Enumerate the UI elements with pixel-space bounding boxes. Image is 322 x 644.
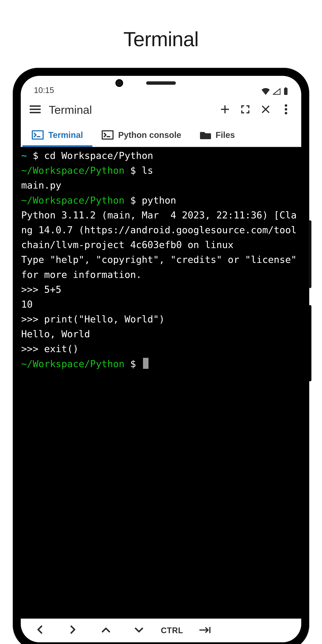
tab-arrow-icon: [199, 626, 211, 635]
terminal-segment: Hello, World: [21, 328, 90, 340]
close-button[interactable]: [256, 100, 276, 120]
phone-camera: [116, 79, 123, 87]
tab-files[interactable]: Files: [191, 123, 244, 146]
chevron-up-icon: [102, 626, 110, 635]
terminal-segment: >>> exit(): [21, 343, 78, 354]
menu-button[interactable]: [25, 100, 45, 120]
fullscreen-icon: [241, 105, 250, 115]
svg-point-4: [285, 112, 287, 114]
status-time: 10:15: [34, 86, 54, 95]
more-vert-icon: [285, 104, 287, 115]
wifi-icon: [262, 88, 270, 95]
terminal-line: ~/Workspace/Python $: [21, 356, 301, 371]
terminal-segment: $ cd Workspace/Python: [27, 150, 153, 161]
svg-point-3: [285, 108, 287, 110]
status-bar: 10:15: [21, 76, 301, 96]
hamburger-icon: [30, 105, 41, 114]
svg-rect-0: [284, 88, 288, 95]
tab-label: Files: [216, 130, 235, 140]
terminal-segment: main.py: [21, 180, 62, 191]
tab-bar: Terminal Python console Files: [21, 123, 301, 147]
terminal-segment: ~/Workspace/Python: [21, 358, 124, 370]
page-heading: Terminal: [0, 28, 322, 51]
signal-icon: [273, 88, 280, 95]
terminal-line: ~ $ cd Workspace/Python: [21, 148, 301, 163]
terminal-line: ~/Workspace/Python $ ls: [21, 163, 301, 178]
tab-label: Terminal: [48, 130, 83, 140]
terminal-line: ~/Workspace/Python $ python: [21, 193, 301, 208]
terminal-line: >>> print("Hello, World"): [21, 312, 301, 327]
app-title: Terminal: [47, 103, 213, 116]
terminal-output[interactable]: ~ $ cd Workspace/Python~/Workspace/Pytho…: [21, 147, 301, 618]
terminal-line: >>> exit(): [21, 342, 301, 356]
terminal-segment: Python 3.11.2 (main, Mar 4 2023, 22:11:3…: [21, 210, 296, 250]
terminal-cursor: [143, 358, 148, 369]
folder-icon: [200, 130, 211, 140]
phone-frame: 10:15: [13, 68, 309, 644]
svg-rect-5: [32, 131, 43, 139]
key-left[interactable]: [24, 620, 56, 641]
chevron-right-icon: [70, 625, 76, 636]
terminal-segment: 10: [21, 299, 32, 310]
key-ctrl[interactable]: CTRL: [156, 620, 188, 641]
terminal-segment: $: [124, 358, 142, 370]
plus-icon: [220, 105, 230, 115]
svg-rect-1: [285, 87, 286, 88]
terminal-line: 10: [21, 297, 301, 312]
new-tab-button[interactable]: [215, 100, 235, 120]
terminal-line: Python 3.11.2 (main, Mar 4 2023, 22:11:3…: [21, 208, 301, 252]
key-up[interactable]: [90, 620, 122, 641]
extra-keys-row: CTRL: [21, 618, 301, 642]
tab-python-console[interactable]: Python console: [92, 123, 191, 146]
terminal-line: Hello, World: [21, 327, 301, 342]
terminal-segment: >>> print("Hello, World"): [21, 314, 164, 325]
terminal-line: >>> 5+5: [21, 282, 301, 297]
terminal-segment: ~/Workspace/Python: [21, 165, 124, 176]
svg-point-2: [285, 104, 287, 107]
chevron-down-icon: [135, 626, 143, 635]
terminal-icon: [32, 130, 44, 140]
terminal-line: main.py: [21, 178, 301, 193]
close-icon: [261, 105, 270, 115]
terminal-icon: [102, 130, 114, 140]
terminal-segment: ~/Workspace/Python: [21, 195, 124, 206]
battery-icon: [284, 87, 288, 95]
phone-speaker: [146, 81, 176, 85]
phone-volume-button: [309, 220, 312, 288]
overflow-button[interactable]: [276, 100, 296, 120]
terminal-segment: Type "help", "copyright", "credits" or "…: [21, 254, 301, 280]
key-ctrl-label: CTRL: [161, 626, 183, 635]
svg-rect-7: [102, 131, 113, 139]
terminal-segment: ~: [21, 150, 27, 161]
phone-power-button: [309, 305, 312, 381]
key-down[interactable]: [123, 620, 155, 641]
screen: 10:15: [21, 76, 301, 642]
terminal-line: Type "help", "copyright", "credits" or "…: [21, 252, 301, 282]
terminal-segment: >>> 5+5: [21, 284, 62, 295]
chevron-left-icon: [36, 625, 43, 636]
terminal-segment: $ python: [124, 195, 176, 206]
status-icons: [262, 87, 288, 95]
key-right[interactable]: [57, 620, 89, 641]
key-tab[interactable]: [189, 620, 221, 641]
app-bar: Terminal: [21, 96, 301, 123]
fullscreen-button[interactable]: [235, 100, 256, 120]
terminal-segment: $ ls: [124, 165, 153, 176]
tab-label: Python console: [118, 130, 181, 140]
tab-terminal[interactable]: Terminal: [22, 123, 92, 146]
